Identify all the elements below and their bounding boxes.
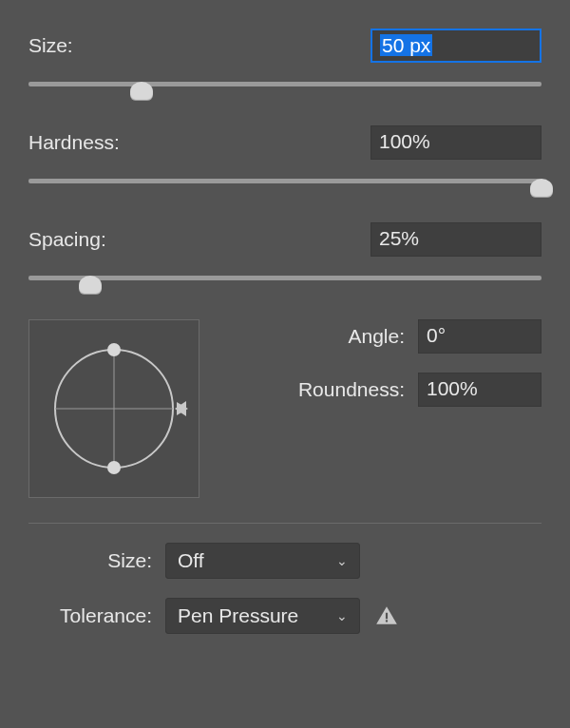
divider: [28, 523, 542, 524]
brush-angle-widget[interactable]: [28, 319, 200, 498]
hardness-slider-thumb[interactable]: [530, 179, 553, 198]
hardness-value: 100%: [379, 130, 430, 152]
spacing-value: 25%: [379, 227, 419, 249]
svg-rect-3: [386, 613, 388, 620]
angle-label: Angle:: [348, 325, 405, 348]
spacing-label: Spacing:: [28, 228, 106, 251]
size-row: Size: 50 px: [28, 29, 542, 63]
size-input[interactable]: 50 px: [370, 29, 542, 63]
hardness-row: Hardness: 100%: [28, 125, 542, 160]
tolerance-value: Pen Pressure: [178, 604, 298, 627]
roundness-value: 100%: [427, 377, 478, 399]
roundness-row: Roundness: 100%: [222, 373, 542, 407]
roundness-input[interactable]: 100%: [418, 373, 542, 407]
spacing-slider[interactable]: [28, 270, 542, 297]
roundness-handle-top[interactable]: [107, 343, 121, 356]
chevron-down-icon: ⌄: [336, 608, 348, 623]
spacing-slider-track: [28, 276, 542, 280]
angle-row: Angle: 0°: [222, 319, 542, 354]
angle-roundness-diagram[interactable]: [38, 333, 190, 485]
size-label: Size:: [28, 34, 73, 57]
roundness-label: Roundness:: [298, 378, 405, 401]
dynamics-size-row: Size: Off ⌄: [28, 543, 542, 579]
hardness-slider-track: [28, 179, 542, 183]
dynamics-size-label: Size:: [28, 549, 152, 572]
roundness-handle-bottom[interactable]: [107, 461, 121, 474]
angle-input[interactable]: 0°: [418, 319, 542, 354]
tolerance-row: Tolerance: Pen Pressure ⌄: [28, 598, 542, 634]
angle-value: 0°: [427, 324, 446, 346]
hardness-slider[interactable]: [28, 173, 542, 200]
dynamics-size-value: Off: [178, 549, 204, 572]
hardness-input[interactable]: 100%: [370, 125, 542, 160]
spacing-slider-thumb[interactable]: [79, 276, 102, 295]
hardness-label: Hardness:: [28, 131, 120, 154]
size-slider[interactable]: [28, 76, 542, 103]
angle-fields: Angle: 0° Roundness: 100%: [200, 319, 542, 426]
svg-rect-4: [386, 620, 388, 622]
spacing-row: Spacing: 25%: [28, 222, 542, 257]
tolerance-dropdown[interactable]: Pen Pressure ⌄: [165, 598, 360, 634]
angle-roundness-block: Angle: 0° Roundness: 100%: [28, 319, 542, 498]
chevron-down-icon: ⌄: [336, 553, 348, 568]
spacing-input[interactable]: 25%: [370, 222, 542, 257]
size-value: 50 px: [380, 34, 432, 56]
warning-icon: [373, 603, 400, 629]
size-slider-track: [28, 82, 542, 86]
tolerance-label: Tolerance:: [28, 604, 152, 627]
dynamics-size-dropdown[interactable]: Off ⌄: [165, 543, 360, 579]
size-slider-thumb[interactable]: [130, 82, 153, 101]
